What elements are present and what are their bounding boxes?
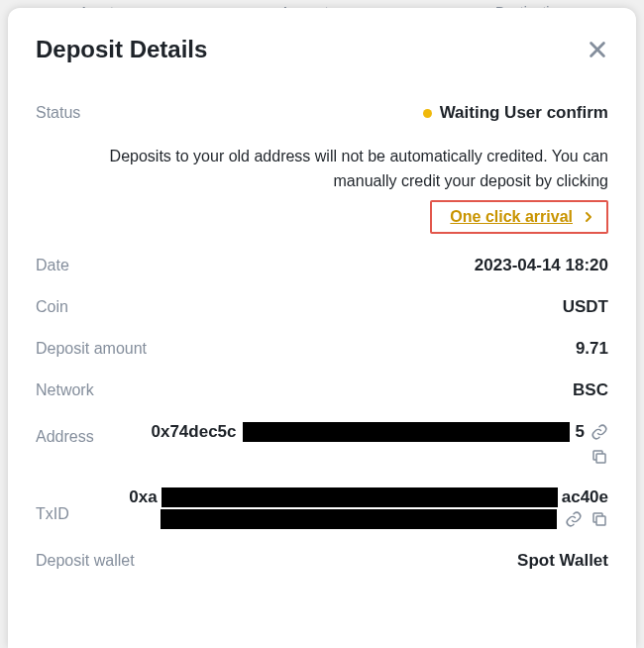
date-value: 2023-04-14 18:20 [475, 256, 608, 275]
network-label: Network [36, 380, 94, 399]
txid-copy-button[interactable] [590, 510, 608, 528]
coin-value: USDT [563, 297, 608, 317]
address-link-button[interactable] [590, 423, 608, 441]
coin-label: Coin [36, 297, 68, 316]
address-copy-button[interactable] [590, 448, 608, 466]
link-icon [565, 510, 583, 528]
link-icon [590, 423, 608, 441]
status-dot-icon [423, 109, 432, 118]
date-label: Date [36, 256, 69, 274]
txid-redacted-2 [161, 509, 557, 529]
txid-suffix: ac40e [562, 487, 608, 507]
amount-label: Deposit amount [36, 339, 147, 358]
wallet-label: Deposit wallet [36, 551, 135, 570]
address-redacted [243, 422, 570, 442]
status-value-wrap: Waiting User confirm [423, 103, 608, 123]
network-value: BSC [573, 380, 608, 400]
address-prefix: 0x74dec5c [152, 422, 237, 442]
address-row: Address 0x74dec5c 5 [36, 422, 608, 466]
txid-row: TxID 0xa ac40e [36, 487, 608, 529]
status-label: Status [36, 103, 80, 122]
address-label: Address [36, 422, 94, 446]
txid-label: TxID [36, 487, 69, 523]
chevron-right-icon [581, 209, 596, 225]
close-button[interactable] [587, 39, 608, 60]
status-row: Status Waiting User confirm [36, 103, 608, 123]
amount-row: Deposit amount 9.71 [36, 339, 608, 359]
one-click-arrival-link[interactable]: One click arrival [450, 208, 573, 226]
close-icon [587, 39, 608, 60]
status-value: Waiting User confirm [440, 103, 608, 123]
txid-prefix: 0xa [129, 487, 157, 507]
copy-icon [590, 448, 608, 466]
date-row: Date 2023-04-14 18:20 [36, 256, 608, 275]
deposit-details-modal: Deposit Details Status Waiting User conf… [8, 8, 636, 648]
svg-rect-1 [596, 516, 605, 525]
svg-rect-0 [596, 454, 605, 463]
modal-header: Deposit Details [36, 36, 608, 63]
txid-redacted-1 [161, 487, 558, 507]
one-click-arrival-highlight: One click arrival [430, 200, 608, 234]
notice-text: Deposits to your old address will not be… [36, 145, 608, 194]
address-value-block: 0x74dec5c 5 [124, 422, 608, 466]
wallet-row: Deposit wallet Spot Wallet [36, 551, 608, 571]
copy-icon [590, 510, 608, 528]
network-row: Network BSC [36, 380, 608, 400]
txid-value-block: 0xa ac40e [89, 487, 608, 529]
coin-row: Coin USDT [36, 297, 608, 317]
address-suffix: 5 [576, 422, 585, 442]
txid-link-button[interactable] [565, 510, 583, 528]
modal-title: Deposit Details [36, 36, 207, 63]
amount-value: 9.71 [576, 339, 608, 359]
wallet-value: Spot Wallet [517, 551, 608, 571]
